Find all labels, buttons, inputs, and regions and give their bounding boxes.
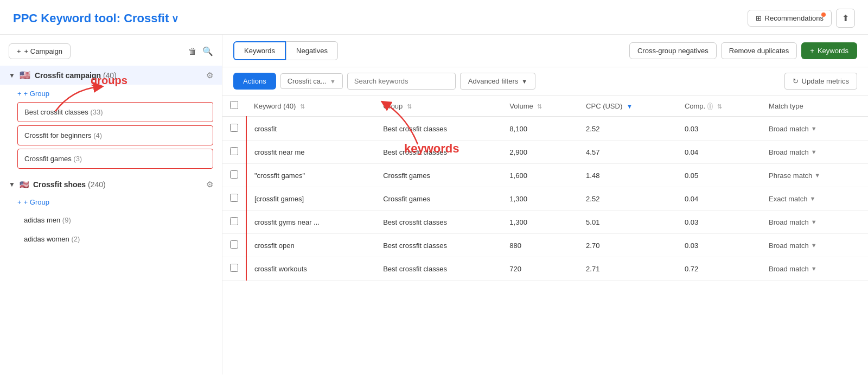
- advanced-filters-button[interactable]: Advanced filters ▼: [460, 73, 535, 90]
- match-type-chevron-icon: ▼: [811, 219, 817, 225]
- gear-icon[interactable]: ⚙: [206, 71, 213, 80]
- group-name: adidas men: [24, 216, 62, 224]
- sort-active-icon: ▼: [627, 103, 633, 110]
- keyword-cell: crossfit workouts: [246, 257, 375, 281]
- update-metrics-button[interactable]: ↻ Update metrics: [784, 73, 857, 90]
- add-keywords-button[interactable]: + Keywords: [801, 42, 857, 59]
- match-type-value[interactable]: Phrase match ▼: [769, 171, 860, 180]
- group-cell: Best crossfit classes: [375, 211, 502, 234]
- keyword-cell: "crossfit games": [246, 164, 375, 187]
- group-cell: Best crossfit classes: [375, 117, 502, 141]
- remove-duplicates-button[interactable]: Remove duplicates: [721, 42, 797, 59]
- group-item-adidas-women[interactable]: adidas women (2): [17, 230, 213, 249]
- actions-button[interactable]: Actions: [233, 73, 276, 90]
- table-row: [crossfit games]Crossfit games1,3002.520…: [222, 187, 868, 211]
- table-row: crossfit gyms near ...Best crossfit clas…: [222, 211, 868, 234]
- campaign-filter[interactable]: Crossfit ca... ▼: [280, 73, 343, 89]
- group-cell: Best crossfit classes: [375, 234, 502, 257]
- sidebar-top: + + Campaign 🗑 🔍: [0, 43, 222, 66]
- filter-chevron-icon: ▼: [330, 78, 336, 85]
- chevron-icon[interactable]: ∨: [169, 14, 178, 24]
- match-type-cell[interactable]: Broad match ▼: [761, 117, 868, 141]
- volume-column-header[interactable]: Volume ⇅: [502, 96, 578, 117]
- sidebar: + + Campaign 🗑 🔍 ▼ 🇺🇸 Crossfit campaign …: [0, 35, 222, 374]
- toolbar-right: ↻ Update metrics: [784, 73, 857, 90]
- table-header-row: Keyword (40) ⇅ Group ⇅ Volume ⇅ CPC (USD…: [222, 96, 868, 117]
- toolbar: Actions Crossfit ca... ▼ Advanced filter…: [222, 67, 868, 96]
- row-checkbox[interactable]: [230, 194, 238, 202]
- group-name: adidas women: [24, 235, 71, 243]
- match-type-cell[interactable]: Exact match ▼: [761, 187, 868, 211]
- match-type-cell[interactable]: Broad match ▼: [761, 257, 868, 281]
- group-item-crossfit-beginners[interactable]: Crossfit for beginners (4): [17, 125, 213, 145]
- tab-keywords[interactable]: Keywords: [233, 41, 286, 60]
- cpc-cell: 5.01: [578, 211, 677, 234]
- match-type-chevron-icon: ▼: [811, 125, 817, 132]
- match-type-cell[interactable]: Phrase match ▼: [761, 164, 868, 187]
- main-layout: + + Campaign 🗑 🔍 ▼ 🇺🇸 Crossfit campaign …: [0, 35, 868, 374]
- cpc-cell: 1.48: [578, 164, 677, 187]
- comp-cell: 0.03: [677, 234, 761, 257]
- plus-icon-kw: +: [810, 47, 814, 55]
- match-type-cell[interactable]: Broad match ▼: [761, 234, 868, 257]
- match-type-value[interactable]: Exact match ▼: [769, 195, 860, 203]
- tab-negatives[interactable]: Negatives: [286, 41, 338, 60]
- add-group-section-2: + + Group: [0, 194, 222, 211]
- group-column-header[interactable]: Group ⇅: [375, 96, 502, 117]
- match-type-chevron-icon: ▼: [811, 149, 817, 155]
- match-type-value[interactable]: Broad match ▼: [769, 218, 860, 226]
- row-checkbox[interactable]: [230, 264, 238, 272]
- row-checkbox[interactable]: [230, 217, 238, 225]
- match-type-cell[interactable]: Broad match ▼: [761, 211, 868, 234]
- group-item-best-crossfit[interactable]: Best crossfit classes (33): [17, 102, 213, 122]
- row-checkbox[interactable]: [230, 170, 238, 179]
- group-item-adidas-men[interactable]: adidas men (9): [17, 211, 213, 230]
- add-group-button[interactable]: + + Group: [17, 90, 49, 98]
- match-type-chevron-icon: ▼: [811, 242, 817, 249]
- data-table: Keyword (40) ⇅ Group ⇅ Volume ⇅ CPC (USD…: [222, 96, 868, 281]
- campaign-header-shoes[interactable]: ▼ 🇺🇸 Crossfit shoes (240) ⚙: [0, 175, 222, 194]
- delete-icon[interactable]: 🗑: [188, 46, 197, 56]
- row-checkbox[interactable]: [230, 240, 238, 249]
- add-campaign-button[interactable]: + + Campaign: [9, 43, 71, 59]
- row-checkbox[interactable]: [230, 124, 238, 132]
- recommendations-button[interactable]: ⊞ Recommendations: [748, 10, 832, 27]
- keywords-table: keywords Keyword (40) ⇅ Group ⇅: [222, 96, 868, 374]
- match-type-column-header: Match type: [761, 96, 868, 117]
- search-icon[interactable]: 🔍: [202, 46, 213, 56]
- title-dynamic: Crossfit: [124, 11, 169, 25]
- add-group-button-2[interactable]: + + Group: [17, 198, 49, 206]
- gear-icon-2[interactable]: ⚙: [206, 180, 213, 189]
- comp-column-header[interactable]: Comp. i ⇅: [677, 96, 761, 117]
- keyword-value: crossfit workouts: [254, 265, 307, 273]
- campaign-header-crossfit[interactable]: ▼ 🇺🇸 Crossfit campaign (40) ⚙: [0, 66, 222, 85]
- cpc-column-header[interactable]: CPC (USD) ▼: [578, 96, 677, 117]
- match-type-value[interactable]: Broad match ▼: [769, 241, 860, 250]
- cpc-cell: 2.52: [578, 187, 677, 211]
- export-button[interactable]: ⬆: [836, 9, 855, 28]
- match-type-value[interactable]: Broad match ▼: [769, 265, 860, 273]
- group-cell: Best crossfit classes: [375, 141, 502, 164]
- keyword-column-header[interactable]: Keyword (40) ⇅: [246, 96, 375, 117]
- volume-cell: 720: [502, 257, 578, 281]
- cross-group-negatives-button[interactable]: Cross-group negatives: [629, 42, 717, 59]
- search-input[interactable]: [347, 73, 456, 90]
- table-row: crossfitBest crossfit classes8,1002.520.…: [222, 117, 868, 141]
- title-static: PPC Keyword tool:: [13, 11, 124, 25]
- match-type-value[interactable]: Broad match ▼: [769, 148, 860, 156]
- comp-cell: 0.72: [677, 257, 761, 281]
- match-type-value[interactable]: Broad match ▼: [769, 125, 860, 133]
- comp-cell: 0.05: [677, 164, 761, 187]
- header-actions: ⊞ Recommendations ⬆: [748, 9, 855, 28]
- volume-cell: 8,100: [502, 117, 578, 141]
- campaign-flag: 🇺🇸: [20, 70, 30, 80]
- match-type-cell[interactable]: Broad match ▼: [761, 141, 868, 164]
- keyword-cell: crossfit: [246, 117, 375, 141]
- group-item-crossfit-games[interactable]: Crossfit games (3): [17, 149, 213, 169]
- select-all-checkbox[interactable]: [230, 101, 238, 109]
- row-checkbox[interactable]: [230, 147, 238, 155]
- keyword-cell: crossfit gyms near ...: [246, 211, 375, 234]
- page-title: PPC Keyword tool: Crossfit ∨: [13, 11, 178, 26]
- campaign-count-2: (240): [88, 180, 106, 189]
- cpc-cell: 2.71: [578, 257, 677, 281]
